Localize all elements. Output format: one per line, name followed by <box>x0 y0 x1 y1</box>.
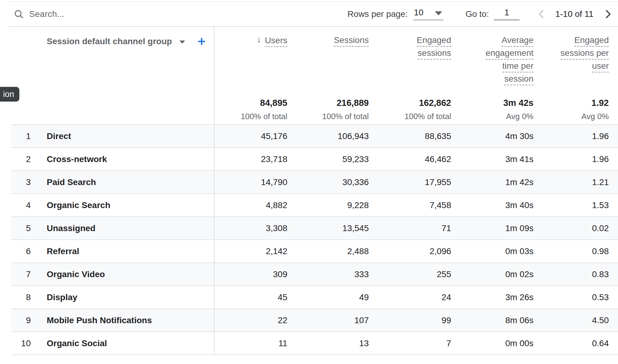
metric-average-engagement-time-per-session: 1m 09s <box>451 217 533 240</box>
metric-sessions: 333 <box>287 263 369 286</box>
column-header-text: session <box>504 74 533 85</box>
metric-average-engagement-time-per-session: 0m 02s <box>451 263 533 286</box>
metric-users: 14,790 <box>214 171 287 194</box>
totals-engaged-sessions: 162,862100% of total <box>369 95 451 125</box>
metric-sessions: 59,233 <box>287 148 369 171</box>
total-value: 84,895 <box>215 98 287 107</box>
column-header-average-engagement-time-per-session[interactable]: Averageengagementtime persession <box>451 27 533 95</box>
channel-name: Direct <box>47 131 71 141</box>
metric-sessions: 2,488 <box>287 240 369 263</box>
metric-engaged-sessions-per-user: 0.53 <box>533 286 618 309</box>
total-value: 216,889 <box>287 98 369 107</box>
metric-average-engagement-time-per-session: 4m 30s <box>451 125 533 148</box>
dimension-cell: 6Referral <box>11 240 214 263</box>
metric-engaged-sessions-per-user: 1.21 <box>533 171 618 194</box>
rows-per-page-select[interactable]: 10 <box>413 8 443 20</box>
metric-engaged-sessions: 24 <box>369 286 451 309</box>
metric-engaged-sessions: 255 <box>369 263 451 286</box>
dimension-cell: 9Mobile Push Notifications <box>11 309 214 332</box>
chevron-left-icon <box>536 9 547 19</box>
table-row: 2Cross-network23,71859,23346,4623m 41s1.… <box>11 148 618 171</box>
column-header-sessions[interactable]: Sessions <box>287 27 369 95</box>
channel-name: Organic Social <box>47 339 107 348</box>
metric-sessions: 13,545 <box>287 217 369 240</box>
rows-per-page-label: Rows per page: <box>348 9 408 19</box>
channel-name: Referral <box>47 246 79 256</box>
row-number: 10 <box>11 339 31 348</box>
metric-engaged-sessions-per-user: 4.50 <box>533 309 618 332</box>
dimension-cell: 10Organic Social <box>11 332 214 355</box>
totals-users: 84,895100% of total <box>214 95 287 125</box>
dimension-selector[interactable]: Session default channel group <box>47 37 185 46</box>
plus-icon <box>197 37 207 46</box>
add-dimension-button[interactable] <box>197 37 207 46</box>
chevron-down-icon <box>435 11 442 15</box>
table-row: 3Paid Search14,79030,33617,9551m 42s1.21 <box>11 171 618 194</box>
metric-sessions: 49 <box>287 286 369 309</box>
search-input[interactable]: Search... <box>14 9 143 19</box>
column-header-engaged-sessions-per-user[interactable]: Engagedsessions peruser <box>533 27 618 95</box>
column-header-text: Engaged <box>574 35 609 47</box>
chevron-down-icon <box>179 41 185 44</box>
row-number: 5 <box>11 223 31 233</box>
table-row: 7Organic Video3093332550m 02s0.83 <box>11 263 618 286</box>
dimension-cell: 7Organic Video <box>11 263 214 286</box>
table-row: 8Display4549243m 26s0.53 <box>11 286 618 309</box>
column-header-text: sessions per <box>561 48 609 60</box>
table-row: 9Mobile Push Notifications22107998m 06s4… <box>11 309 618 332</box>
channel-name: Mobile Push Notifications <box>47 316 152 325</box>
dimension-cell: 8Display <box>11 286 214 309</box>
dimension-cell: 2Cross-network <box>11 148 214 171</box>
metric-users: 3,308 <box>214 217 287 240</box>
metric-engaged-sessions-per-user: 1.53 <box>533 194 618 217</box>
metric-engaged-sessions-per-user: 0.64 <box>533 332 618 355</box>
column-header-text: time per <box>502 61 533 72</box>
sort-descending-icon: ↓ <box>257 34 261 44</box>
metric-engaged-sessions: 7,458 <box>369 194 451 217</box>
channel-name: Display <box>47 292 77 302</box>
metric-users: 2,142 <box>214 240 287 263</box>
metric-average-engagement-time-per-session: 3m 41s <box>451 148 533 171</box>
metric-engaged-sessions-per-user: 1.96 <box>533 125 618 148</box>
total-subtext: 100% of total <box>369 112 451 121</box>
metric-users: 11 <box>214 332 287 355</box>
previous-page-button[interactable] <box>536 8 547 20</box>
table-row: 10Organic Social111370m 00s0.64 <box>11 332 618 355</box>
next-page-button[interactable] <box>602 8 614 20</box>
metric-sessions: 107 <box>287 309 369 332</box>
metric-sessions: 30,336 <box>287 171 369 194</box>
totals-dimension-cell <box>11 95 214 125</box>
metric-engaged-sessions-per-user: 0.98 <box>533 240 618 263</box>
search-icon <box>14 9 24 19</box>
channel-name: Cross-network <box>47 154 107 164</box>
row-number: 7 <box>11 269 31 279</box>
tooltip-fragment: ion <box>0 87 19 102</box>
row-number: 6 <box>11 246 31 256</box>
metric-average-engagement-time-per-session: 3m 40s <box>451 194 533 217</box>
row-number: 2 <box>11 154 31 164</box>
column-header-engaged-sessions[interactable]: Engagedsessions <box>369 27 451 95</box>
table-row: 1Direct45,176106,94388,6354m 30s1.96 <box>11 125 618 148</box>
dimension-cell: 4Organic Search <box>11 194 214 217</box>
column-header-text: sessions <box>418 48 451 60</box>
total-subtext: 100% of total <box>287 112 369 121</box>
table-row: 6Referral2,1422,4882,0960m 03s0.98 <box>11 240 618 263</box>
go-to-page-input[interactable]: 1 <box>494 8 520 20</box>
search-placeholder: Search... <box>29 9 65 19</box>
dimension-label: Session default channel group <box>47 37 172 46</box>
column-header-users[interactable]: ↓Users <box>214 27 287 95</box>
column-header-text: Sessions <box>334 35 369 47</box>
total-value: 1.92 <box>533 98 609 107</box>
metric-users: 22 <box>214 309 287 332</box>
totals-average-engagement-time-per-session: 3m 42sAvg 0% <box>451 95 533 125</box>
metric-engaged-sessions: 99 <box>369 309 451 332</box>
channel-name: Unassigned <box>47 223 96 233</box>
table-row: 4Organic Search4,8829,2287,4583m 40s1.53 <box>11 194 618 217</box>
metric-engaged-sessions: 7 <box>369 332 451 355</box>
total-subtext: 100% of total <box>215 112 287 121</box>
metric-engaged-sessions: 17,955 <box>369 171 451 194</box>
chevron-right-icon <box>603 9 613 19</box>
metric-average-engagement-time-per-session: 8m 06s <box>451 309 533 332</box>
column-header-text: Average <box>502 35 533 47</box>
metric-users: 45,176 <box>214 125 287 148</box>
